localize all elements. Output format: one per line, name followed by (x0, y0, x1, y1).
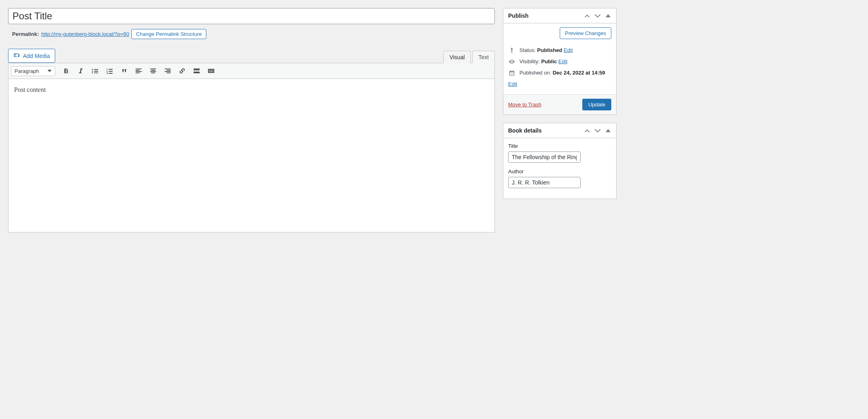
update-button[interactable]: Update (582, 99, 611, 110)
book-details-metabox: Book details Title Author (503, 123, 617, 199)
editor-content[interactable]: Post content (8, 79, 494, 232)
toolbar-toggle-button[interactable] (204, 65, 218, 77)
published-on-edit-link[interactable]: Edit (508, 81, 517, 87)
align-left-icon (135, 67, 143, 75)
align-center-button[interactable] (146, 65, 160, 77)
quote-icon (120, 67, 128, 75)
visibility-label: Visibility: (519, 58, 540, 64)
chevron-down-icon[interactable] (594, 12, 601, 19)
status-value: Published (537, 47, 562, 53)
post-title-input[interactable] (8, 8, 495, 24)
format-select[interactable]: Paragraph (11, 66, 55, 76)
camera-music-icon (13, 52, 21, 60)
status-label: Status: (519, 47, 536, 53)
editor-toolbar: Paragraph (8, 63, 494, 79)
book-title-label: Title (508, 143, 611, 149)
keyboard-icon (207, 67, 215, 75)
preview-changes-button[interactable]: Preview Changes (560, 27, 611, 39)
readmore-button[interactable] (190, 65, 204, 77)
publish-panel-title: Publish (508, 12, 529, 19)
tab-text[interactable]: Text (472, 51, 495, 63)
ul-button[interactable] (88, 65, 102, 77)
align-left-button[interactable] (132, 65, 145, 77)
format-select-label: Paragraph (15, 68, 39, 74)
published-on-value: Dec 24, 2022 at 14:59 (552, 70, 605, 76)
published-on-label: Published on: (519, 70, 551, 76)
status-edit-link[interactable]: Edit (564, 47, 573, 53)
visibility-edit-link[interactable]: Edit (559, 58, 567, 64)
ol-button[interactable] (103, 65, 116, 77)
link-button[interactable] (175, 65, 189, 77)
calendar-icon (508, 70, 515, 76)
book-panel-title: Book details (508, 127, 542, 134)
readmore-icon (193, 67, 201, 75)
book-title-input[interactable] (508, 151, 581, 163)
publish-metabox: Publish Preview Changes Status: (503, 8, 617, 115)
add-media-label: Add Media (23, 53, 50, 59)
permalink-label: Permalink: (12, 31, 39, 37)
book-author-input[interactable] (508, 177, 581, 188)
pin-icon (508, 47, 515, 54)
list-ol-icon (106, 67, 114, 75)
change-permalink-button[interactable]: Change Permalink Structure (131, 29, 206, 39)
chevron-up-icon[interactable] (584, 127, 590, 134)
add-media-button[interactable]: Add Media (8, 49, 55, 63)
align-right-icon (164, 67, 172, 75)
published-on-row: Published on: Dec 24, 2022 at 14:59 Edit (508, 67, 611, 89)
chevron-up-icon[interactable] (584, 12, 590, 19)
bold-icon (62, 67, 70, 75)
permalink-row: Permalink: http://my-gutenberg-block.loc… (8, 24, 495, 41)
eye-icon (508, 58, 515, 65)
triangle-up-icon[interactable] (605, 127, 611, 134)
tab-visual[interactable]: Visual (443, 51, 471, 63)
permalink-url[interactable]: http://my-gutenberg-block.local/?p=60 (41, 31, 129, 37)
align-right-button[interactable] (161, 65, 174, 77)
editor-tabs: Visual Text (443, 50, 495, 63)
chevron-down-icon[interactable] (594, 127, 601, 134)
status-row: Status: Published Edit (508, 45, 611, 56)
list-ul-icon (91, 67, 99, 75)
italic-button[interactable] (74, 65, 87, 77)
visibility-row: Visibility: Public Edit (508, 56, 611, 67)
bold-button[interactable] (59, 65, 73, 77)
triangle-up-icon[interactable] (605, 12, 611, 19)
visibility-value: Public (541, 58, 557, 64)
align-center-icon (149, 67, 157, 75)
trash-link[interactable]: Move to Trash (508, 102, 541, 108)
link-icon (178, 67, 186, 75)
editor-wrap: Paragraph (8, 63, 495, 232)
book-author-label: Author (508, 168, 611, 174)
italic-icon (77, 67, 85, 75)
quote-button[interactable] (117, 65, 131, 77)
